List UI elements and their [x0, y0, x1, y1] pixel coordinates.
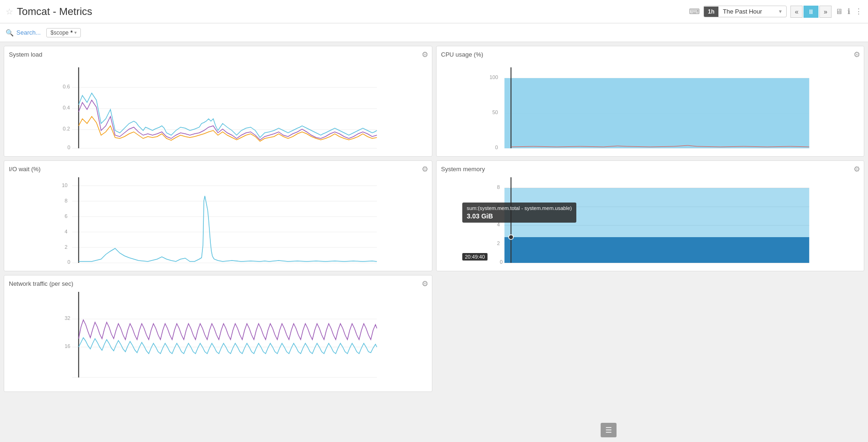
search-icon: 🔍: [6, 29, 14, 36]
nav-pause-button[interactable]: ⏸: [803, 6, 818, 18]
svg-text:0.2: 0.2: [63, 126, 70, 131]
system-load-panel: System load ⚙ 0 0.2 0.4 0.6: [4, 46, 432, 157]
cpu-usage-chart: 0 50 100 21:00 21:15 21:30 21:45: [441, 58, 860, 152]
cpu-usage-title: CPU usage (%): [441, 51, 483, 58]
header: ☆ Tomcat - Metrics ⌨ 1h The Past Hour ▼ …: [0, 0, 868, 23]
svg-text:10: 10: [62, 182, 67, 188]
system-memory-chart: 0 2 4 6 8 21:00 2: [441, 173, 860, 266]
svg-text:8: 8: [65, 198, 67, 203]
svg-text:16: 16: [65, 343, 70, 349]
header-right: ⌨ 1h The Past Hour ▼ « ⏸ » 🖥 ℹ ⋮: [689, 6, 862, 18]
system-memory-gear[interactable]: ⚙: [854, 165, 860, 174]
svg-text:6: 6: [65, 213, 67, 219]
svg-text:8: 8: [497, 184, 500, 190]
svg-marker-53: [504, 188, 809, 237]
system-memory-panel: System memory ⚙ 0 2 4 6 8: [436, 160, 865, 271]
svg-text:0: 0: [67, 259, 70, 265]
scope-label: $scope: [50, 29, 69, 36]
svg-text:0: 0: [500, 259, 502, 265]
header-icons: 🖥 ℹ ⋮: [835, 7, 862, 16]
page-title: Tomcat - Metrics: [17, 6, 92, 18]
time-label: The Past Hour: [718, 6, 775, 17]
svg-point-55: [509, 235, 513, 239]
system-load-chart: 0 0.2 0.4 0.6 21:00 21:15: [9, 58, 427, 152]
io-wait-title: I/O wait (%): [9, 166, 41, 173]
svg-text:2: 2: [497, 240, 500, 246]
svg-text:0: 0: [495, 145, 498, 150]
network-traffic-title: Network traffic (per sec): [9, 280, 73, 287]
svg-text:4: 4: [65, 229, 67, 234]
nav-rewind-button[interactable]: «: [790, 6, 803, 18]
svg-text:100: 100: [489, 74, 498, 80]
svg-text:4: 4: [497, 222, 500, 227]
system-memory-title: System memory: [441, 166, 485, 173]
svg-marker-52: [504, 237, 809, 263]
svg-text:2: 2: [65, 244, 67, 250]
network-traffic-panel: Network traffic (per sec) ⚙ 16 32 21:00 …: [4, 275, 432, 392]
main-grid: System load ⚙ 0 0.2 0.4 0.6: [0, 42, 868, 396]
info-icon[interactable]: ℹ: [847, 7, 850, 16]
svg-text:6: 6: [497, 203, 500, 209]
search-text[interactable]: Search...: [16, 29, 41, 36]
svg-marker-19: [504, 78, 809, 148]
star-icon[interactable]: ☆: [6, 7, 13, 17]
header-left: ☆ Tomcat - Metrics: [6, 6, 92, 18]
time-badge: 1h: [704, 7, 718, 17]
scope-value: *: [71, 29, 73, 36]
system-load-gear[interactable]: ⚙: [422, 50, 428, 59]
cpu-usage-gear[interactable]: ⚙: [854, 50, 860, 59]
tooltip-time: 20:49:40: [462, 253, 488, 261]
system-load-title: System load: [9, 51, 43, 58]
nav-buttons: « ⏸ »: [790, 6, 832, 18]
svg-text:0.6: 0.6: [63, 84, 70, 89]
scope-dropdown-arrow[interactable]: ▾: [74, 30, 77, 35]
network-traffic-gear[interactable]: ⚙: [422, 279, 428, 288]
time-picker[interactable]: 1h The Past Hour ▼: [703, 6, 787, 17]
scope-badge[interactable]: $scope * ▾: [46, 28, 81, 37]
io-wait-panel: I/O wait (%) ⚙ 0 2 4 6 8 10: [4, 160, 432, 271]
toolbar: 🔍 Search... $scope * ▾: [0, 23, 868, 42]
svg-text:0: 0: [67, 145, 70, 150]
svg-text:32: 32: [65, 315, 70, 321]
svg-text:50: 50: [492, 109, 498, 115]
search-area[interactable]: 🔍 Search...: [6, 29, 41, 36]
keyboard-icon: ⌨: [689, 7, 700, 16]
io-wait-chart: 0 2 4 6 8 10 21:00 21:15 21:: [9, 173, 427, 266]
io-wait-gear[interactable]: ⚙: [422, 165, 428, 174]
cpu-usage-panel: CPU usage (%) ⚙ 0 50 100 21:00 21:15: [436, 46, 865, 157]
nav-forward-button[interactable]: »: [819, 6, 832, 18]
monitor-icon[interactable]: 🖥: [835, 7, 843, 16]
svg-text:0.4: 0.4: [63, 105, 70, 110]
time-dropdown-arrow[interactable]: ▼: [775, 7, 787, 16]
more-icon[interactable]: ⋮: [855, 7, 862, 16]
network-traffic-chart: 16 32 21:00 21:15 21:30 21:45: [9, 287, 427, 381]
